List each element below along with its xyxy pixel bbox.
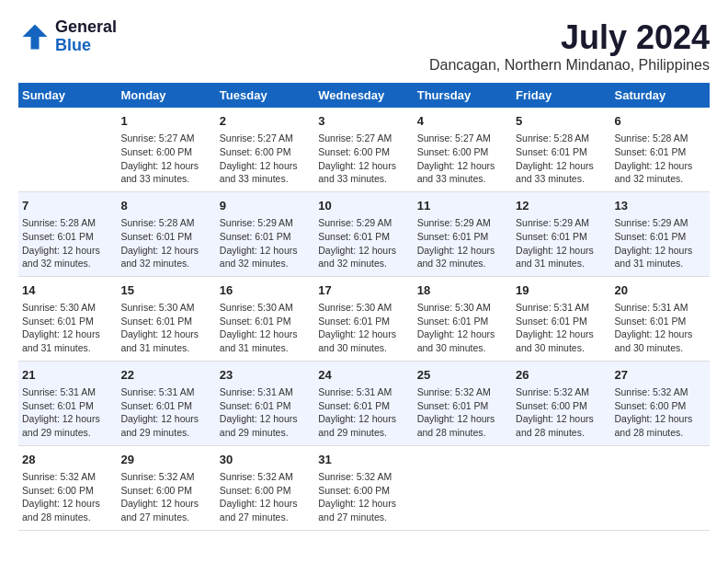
day-info: Sunrise: 5:27 AMSunset: 6:00 PMDaylight:… bbox=[120, 132, 211, 186]
calendar-cell: 15Sunrise: 5:30 AMSunset: 6:01 PMDayligh… bbox=[117, 276, 215, 361]
day-info: Sunrise: 5:29 AMSunset: 6:01 PMDaylight:… bbox=[417, 216, 508, 270]
day-number: 25 bbox=[417, 367, 508, 384]
calendar-cell: 30Sunrise: 5:32 AMSunset: 6:00 PMDayligh… bbox=[216, 445, 314, 530]
calendar-cell: 28Sunrise: 5:32 AMSunset: 6:00 PMDayligh… bbox=[18, 445, 117, 530]
day-info: Sunrise: 5:27 AMSunset: 6:00 PMDaylight:… bbox=[417, 132, 508, 186]
day-number: 20 bbox=[615, 282, 706, 299]
day-number: 12 bbox=[516, 198, 607, 214]
week-row-3: 14Sunrise: 5:30 AMSunset: 6:01 PMDayligh… bbox=[18, 276, 710, 361]
calendar-cell: 12Sunrise: 5:29 AMSunset: 6:01 PMDayligh… bbox=[512, 191, 610, 276]
day-info: Sunrise: 5:27 AMSunset: 6:00 PMDaylight:… bbox=[220, 132, 311, 186]
day-number: 8 bbox=[120, 198, 211, 214]
logo: General Blue bbox=[18, 18, 117, 55]
day-info: Sunrise: 5:32 AMSunset: 6:00 PMDaylight:… bbox=[120, 470, 211, 524]
day-number: 17 bbox=[318, 282, 409, 299]
week-row-2: 7Sunrise: 5:28 AMSunset: 6:01 PMDaylight… bbox=[18, 191, 710, 276]
calendar-cell bbox=[512, 445, 610, 530]
logo-text-line1: General bbox=[55, 18, 117, 37]
day-number: 29 bbox=[120, 452, 211, 468]
day-info: Sunrise: 5:28 AMSunset: 6:01 PMDaylight:… bbox=[120, 216, 211, 270]
day-info: Sunrise: 5:32 AMSunset: 6:00 PMDaylight:… bbox=[516, 385, 607, 440]
calendar-cell: 24Sunrise: 5:31 AMSunset: 6:01 PMDayligh… bbox=[314, 361, 413, 445]
day-info: Sunrise: 5:29 AMSunset: 6:01 PMDaylight:… bbox=[318, 216, 409, 270]
calendar-cell: 17Sunrise: 5:30 AMSunset: 6:01 PMDayligh… bbox=[314, 276, 413, 361]
weekday-header-friday: Friday bbox=[512, 83, 610, 108]
svg-marker-0 bbox=[23, 24, 48, 49]
day-number: 5 bbox=[516, 113, 607, 130]
day-info: Sunrise: 5:32 AMSunset: 6:01 PMDaylight:… bbox=[417, 385, 508, 440]
calendar-cell bbox=[414, 445, 512, 530]
header: General Blue July 2024 Dancagan, Norther… bbox=[18, 18, 710, 74]
day-number: 15 bbox=[120, 282, 211, 299]
calendar-cell: 25Sunrise: 5:32 AMSunset: 6:01 PMDayligh… bbox=[414, 361, 512, 445]
day-info: Sunrise: 5:28 AMSunset: 6:01 PMDaylight:… bbox=[615, 132, 706, 186]
week-row-5: 28Sunrise: 5:32 AMSunset: 6:00 PMDayligh… bbox=[18, 445, 710, 530]
day-number: 18 bbox=[417, 282, 508, 299]
day-info: Sunrise: 5:32 AMSunset: 6:00 PMDaylight:… bbox=[220, 470, 311, 524]
logo-text-line2: Blue bbox=[55, 37, 117, 55]
day-number: 6 bbox=[615, 113, 706, 130]
day-info: Sunrise: 5:29 AMSunset: 6:01 PMDaylight:… bbox=[516, 216, 607, 270]
calendar-cell: 1Sunrise: 5:27 AMSunset: 6:00 PMDaylight… bbox=[117, 108, 215, 191]
calendar-cell: 9Sunrise: 5:29 AMSunset: 6:01 PMDaylight… bbox=[216, 191, 314, 276]
day-number: 10 bbox=[318, 198, 409, 214]
calendar-cell bbox=[611, 445, 710, 530]
day-info: Sunrise: 5:27 AMSunset: 6:00 PMDaylight:… bbox=[318, 132, 409, 186]
day-number: 22 bbox=[120, 367, 211, 384]
weekday-header-row: SundayMondayTuesdayWednesdayThursdayFrid… bbox=[18, 83, 710, 108]
calendar-cell: 7Sunrise: 5:28 AMSunset: 6:01 PMDaylight… bbox=[18, 191, 117, 276]
title-section: July 2024 Dancagan, Northern Mindanao, P… bbox=[429, 18, 710, 74]
day-info: Sunrise: 5:28 AMSunset: 6:01 PMDaylight:… bbox=[22, 216, 113, 270]
calendar-cell: 11Sunrise: 5:29 AMSunset: 6:01 PMDayligh… bbox=[414, 191, 512, 276]
day-info: Sunrise: 5:31 AMSunset: 6:01 PMDaylight:… bbox=[120, 385, 211, 440]
calendar-cell: 29Sunrise: 5:32 AMSunset: 6:00 PMDayligh… bbox=[117, 445, 215, 530]
day-info: Sunrise: 5:28 AMSunset: 6:01 PMDaylight:… bbox=[516, 132, 607, 186]
day-number: 24 bbox=[318, 367, 409, 384]
day-info: Sunrise: 5:31 AMSunset: 6:01 PMDaylight:… bbox=[516, 301, 607, 355]
calendar-cell bbox=[18, 108, 117, 191]
day-number: 27 bbox=[615, 367, 706, 384]
day-number: 28 bbox=[22, 452, 113, 468]
day-info: Sunrise: 5:30 AMSunset: 6:01 PMDaylight:… bbox=[120, 301, 211, 355]
weekday-header-wednesday: Wednesday bbox=[314, 83, 413, 108]
day-number: 14 bbox=[22, 282, 113, 299]
calendar-cell: 13Sunrise: 5:29 AMSunset: 6:01 PMDayligh… bbox=[611, 191, 710, 276]
day-number: 4 bbox=[417, 113, 508, 130]
calendar-cell: 16Sunrise: 5:30 AMSunset: 6:01 PMDayligh… bbox=[216, 276, 314, 361]
day-info: Sunrise: 5:32 AMSunset: 6:00 PMDaylight:… bbox=[22, 470, 113, 524]
day-info: Sunrise: 5:30 AMSunset: 6:01 PMDaylight:… bbox=[220, 301, 311, 355]
day-info: Sunrise: 5:31 AMSunset: 6:01 PMDaylight:… bbox=[220, 385, 311, 440]
day-number: 11 bbox=[417, 198, 508, 214]
calendar-cell: 27Sunrise: 5:32 AMSunset: 6:00 PMDayligh… bbox=[611, 361, 710, 445]
day-info: Sunrise: 5:29 AMSunset: 6:01 PMDaylight:… bbox=[220, 216, 311, 270]
calendar-cell: 23Sunrise: 5:31 AMSunset: 6:01 PMDayligh… bbox=[216, 361, 314, 445]
weekday-header-saturday: Saturday bbox=[611, 83, 710, 108]
calendar-cell: 4Sunrise: 5:27 AMSunset: 6:00 PMDaylight… bbox=[414, 108, 512, 191]
day-number: 13 bbox=[615, 198, 706, 214]
day-info: Sunrise: 5:31 AMSunset: 6:01 PMDaylight:… bbox=[22, 385, 113, 440]
calendar-cell: 19Sunrise: 5:31 AMSunset: 6:01 PMDayligh… bbox=[512, 276, 610, 361]
day-info: Sunrise: 5:31 AMSunset: 6:01 PMDaylight:… bbox=[615, 301, 706, 355]
calendar-cell: 18Sunrise: 5:30 AMSunset: 6:01 PMDayligh… bbox=[414, 276, 512, 361]
weekday-header-monday: Monday bbox=[117, 83, 215, 108]
calendar-table: SundayMondayTuesdayWednesdayThursdayFrid… bbox=[18, 83, 710, 531]
calendar-cell: 8Sunrise: 5:28 AMSunset: 6:01 PMDaylight… bbox=[117, 191, 215, 276]
day-info: Sunrise: 5:31 AMSunset: 6:01 PMDaylight:… bbox=[318, 385, 409, 440]
day-number: 2 bbox=[220, 113, 311, 130]
day-number: 21 bbox=[22, 367, 113, 384]
calendar-cell: 10Sunrise: 5:29 AMSunset: 6:01 PMDayligh… bbox=[314, 191, 413, 276]
calendar-cell: 22Sunrise: 5:31 AMSunset: 6:01 PMDayligh… bbox=[117, 361, 215, 445]
weekday-header-sunday: Sunday bbox=[18, 83, 117, 108]
day-info: Sunrise: 5:32 AMSunset: 6:00 PMDaylight:… bbox=[318, 470, 409, 524]
day-number: 23 bbox=[220, 367, 311, 384]
calendar-cell: 31Sunrise: 5:32 AMSunset: 6:00 PMDayligh… bbox=[314, 445, 413, 530]
day-number: 19 bbox=[516, 282, 607, 299]
calendar-cell: 26Sunrise: 5:32 AMSunset: 6:00 PMDayligh… bbox=[512, 361, 610, 445]
calendar-cell: 3Sunrise: 5:27 AMSunset: 6:00 PMDaylight… bbox=[314, 108, 413, 191]
week-row-4: 21Sunrise: 5:31 AMSunset: 6:01 PMDayligh… bbox=[18, 361, 710, 445]
day-number: 3 bbox=[318, 113, 409, 130]
calendar-cell: 20Sunrise: 5:31 AMSunset: 6:01 PMDayligh… bbox=[611, 276, 710, 361]
day-number: 7 bbox=[22, 198, 113, 214]
calendar-cell: 6Sunrise: 5:28 AMSunset: 6:01 PMDaylight… bbox=[611, 108, 710, 191]
day-number: 30 bbox=[220, 452, 311, 468]
